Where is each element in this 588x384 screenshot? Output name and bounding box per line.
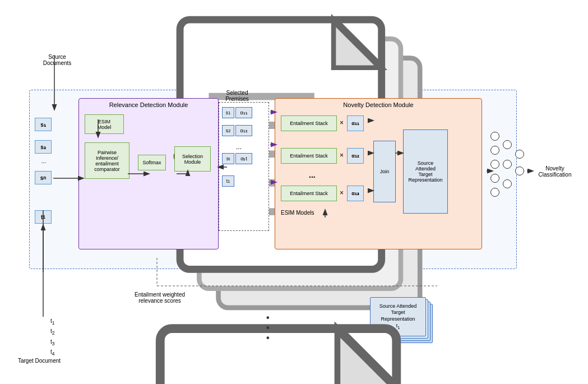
pairwise-inference-box: PairwiseInference/entailmentcomparator — [85, 142, 129, 179]
s2-box: s₂ — [35, 140, 52, 154]
relevance-label: Relevance Detection Module — [79, 101, 218, 108]
t1-box: t1 — [35, 210, 52, 224]
novelty-detection-module: Novelty Detection Module Entailment Stac… — [275, 98, 482, 249]
sn-box: sn — [35, 171, 52, 184]
join-box: Join — [373, 141, 396, 202]
entailment-stack-1: Entailment Stack — [281, 115, 337, 131]
novelty-dots: ... — [309, 170, 316, 179]
source-attended-target-box: SourceAttendedTargetRepresentation — [403, 129, 448, 214]
alpha11b-box: α₁₁ — [347, 115, 364, 131]
alpha12b-box: α₁₂ — [347, 148, 364, 164]
target-document-label: Target Document — [17, 358, 62, 364]
selected-premises-label: SelectedPremises — [220, 90, 254, 102]
diagram-container: Source Documents s₁ s₂ ... sn t1 Relevan… — [0, 0, 588, 384]
alpha13b-box: α₁₃ — [347, 186, 364, 201]
entailment-stack-3: Entailment Stack — [281, 186, 337, 201]
multiply-1: × — [340, 119, 344, 127]
selection-module-box: SelectionModule — [174, 146, 211, 172]
entailment-weighted-label: Entailment weightedrelevance scores — [129, 292, 191, 304]
entailment-stack-2: Entailment Stack — [281, 148, 337, 164]
neural-network — [490, 126, 524, 216]
relevance-detection-module: Relevance Detection Module ESIMModel Pai… — [78, 98, 219, 249]
multiply-2: × — [340, 151, 344, 159]
s1-box: s₁ — [35, 118, 52, 131]
source-documents-label: Source Documents — [35, 54, 80, 66]
softmax-box: Softmax — [138, 155, 166, 170]
multiply-3: × — [340, 189, 344, 197]
novelty-label: Novelty Detection Module — [275, 101, 481, 108]
target-doc-labels: t1t2t3t4 — [50, 317, 54, 358]
sdots: ... — [38, 158, 49, 164]
esim-models-label: ESIM Models — [281, 210, 314, 216]
esim-model-box: ESIMModel — [85, 114, 124, 134]
selected-premises-box: s1 α₁₁ s2 α₁₂ ... st α₁t t1 — [219, 102, 269, 231]
novelty-classification-label: NoveltyClassification — [533, 165, 577, 178]
